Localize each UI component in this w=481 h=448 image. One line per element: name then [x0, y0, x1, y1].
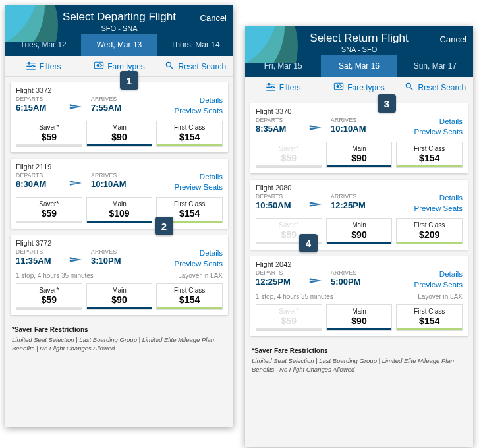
svg-point-3 — [32, 65, 34, 67]
preview-seats-link[interactable]: Preview Seats — [414, 280, 463, 291]
svg-point-9 — [268, 83, 270, 85]
fare-first[interactable]: First Class $154 — [156, 121, 223, 147]
arrives-label: ARRIVES — [331, 193, 376, 200]
preview-seats-link[interactable]: Preview Seats — [174, 182, 223, 193]
fare-price: $90 — [328, 229, 391, 240]
fare-saver[interactable]: Saver* $59 — [16, 197, 82, 223]
preview-seats-link[interactable]: Preview Seats — [174, 106, 223, 117]
plane-icon — [61, 248, 91, 269]
layover-text: Layover in LAX — [418, 293, 463, 300]
fare-main[interactable]: Main $90 — [86, 283, 153, 310]
details-link[interactable]: Details — [414, 269, 463, 280]
date-tab[interactable]: Fri, Mar 15 — [245, 55, 321, 77]
fare-main[interactable]: Main $90 — [326, 218, 393, 244]
annotation-badge-4: 4 — [299, 234, 318, 252]
fare-saver[interactable]: Saver* $59 — [16, 121, 82, 147]
date-tabs: Tues, Mar 12Wed, Mar 13Thurs, Mar 14 — [5, 34, 233, 56]
fare-label: Main — [88, 200, 151, 208]
reset-label: Reset Search — [418, 83, 466, 92]
details-link[interactable]: Details — [174, 96, 223, 106]
depart-time: 8:35AM — [256, 124, 300, 134]
fare-price: $59 — [258, 316, 320, 326]
preview-seats-link[interactable]: Preview Seats — [414, 204, 463, 214]
date-tabs: Fri, Mar 15Sat, Mar 16Sun, Mar 17 — [245, 55, 473, 77]
fare-saver: Saver* $59 — [256, 142, 322, 168]
fare-first[interactable]: First Class $154 — [396, 304, 463, 331]
arrives-label: ARRIVES — [91, 172, 136, 179]
annotation-badge-2: 2 — [155, 217, 173, 235]
page-title: Select Departing Flight — [5, 11, 233, 24]
fare-first[interactable]: First Class $209 — [396, 218, 463, 244]
plane-icon — [300, 269, 331, 291]
flight-number: Flight 3370 — [256, 107, 463, 115]
flight-card: Flight 2042 DEPARTS 12:25PM ARRIVES 5:00… — [250, 256, 468, 336]
filters-button[interactable]: Filters — [245, 77, 321, 98]
cancel-button[interactable]: Cancel — [440, 34, 467, 44]
fare-row: Saver* $59 Main $90 First Class $154 — [256, 304, 463, 331]
annotation-badge-1: 1 — [120, 71, 138, 90]
arrive-time: 10:10AM — [91, 179, 136, 189]
fare-main[interactable]: Main $90 — [326, 142, 393, 168]
details-link[interactable]: Details — [174, 172, 223, 182]
departs-label: DEPARTS — [256, 269, 300, 276]
fare-first[interactable]: First Class $154 — [156, 283, 223, 310]
date-tab[interactable]: Wed, Mar 13 — [81, 34, 157, 56]
route-subtitle: SFO - SNA — [5, 24, 233, 32]
header: Select Return Flight SNA - SFO Cancel Fr… — [245, 26, 473, 77]
fare-label: Main — [328, 145, 391, 152]
arrive-time: 7:55AM — [91, 103, 136, 113]
fare-main[interactable]: Main $90 — [326, 304, 393, 331]
fare-main[interactable]: Main $90 — [86, 121, 153, 147]
fare-main[interactable]: Main $109 — [86, 197, 153, 223]
stop-info: 1 stop, 4 hours 35 minutes Layover in LA… — [16, 272, 223, 279]
reset-search-button[interactable]: Reset Search — [157, 56, 233, 76]
fare-label: Saver* — [258, 145, 320, 152]
fare-types-button[interactable]: Fare types — [81, 56, 157, 76]
fare-price: $154 — [158, 294, 221, 305]
reset-search-button[interactable]: Reset Search — [397, 77, 473, 98]
flight-card: Flight 3772 DEPARTS 11:35AM ARRIVES 3:10… — [11, 235, 228, 315]
fare-types-label: Fare types — [347, 83, 385, 92]
preview-seats-link[interactable]: Preview Seats — [414, 127, 463, 138]
svg-point-14 — [407, 83, 411, 88]
fare-price: $154 — [398, 153, 461, 163]
details-link[interactable]: Details — [414, 117, 463, 127]
fare-label: Main — [328, 308, 391, 315]
details-link[interactable]: Details — [174, 248, 223, 259]
fare-saver[interactable]: Saver* $59 — [16, 283, 82, 310]
departs-label: DEPARTS — [16, 96, 61, 102]
flight-card: Flight 3372 DEPARTS 6:15AM ARRIVES 7:55A… — [11, 82, 228, 152]
filters-button[interactable]: Filters — [5, 56, 81, 76]
cancel-button[interactable]: Cancel — [200, 13, 227, 23]
details-link[interactable]: Details — [414, 193, 463, 204]
fare-label: First Class — [398, 221, 461, 229]
depart-time: 12:25PM — [256, 277, 300, 287]
date-tab[interactable]: Sat, Mar 16 — [321, 55, 397, 77]
toolbar: Filters Fare types Reset Search — [5, 56, 233, 77]
fare-label: Main — [88, 124, 151, 131]
plane-icon — [61, 96, 91, 117]
date-tab[interactable]: Tues, Mar 12 — [5, 34, 81, 56]
departs-label: DEPARTS — [16, 248, 61, 255]
date-tab[interactable]: Sun, Mar 17 — [397, 55, 473, 77]
arrive-time: 10:10AM — [331, 124, 376, 134]
plane-icon — [300, 193, 331, 214]
fare-row: Saver* $59 Main $90 First Class $154 — [256, 142, 463, 168]
fare-types-icon — [94, 61, 104, 72]
fare-saver: Saver* $59 — [256, 304, 322, 331]
filters-label: Filters — [40, 62, 61, 71]
preview-seats-link[interactable]: Preview Seats — [174, 259, 223, 269]
fare-types-label: Fare types — [107, 62, 145, 71]
fare-price: $154 — [158, 132, 221, 142]
fare-label: First Class — [158, 287, 221, 294]
flight-number: Flight 2119 — [16, 163, 223, 171]
fare-label: First Class — [398, 308, 461, 315]
fare-first[interactable]: First Class $154 — [396, 142, 463, 168]
date-tab[interactable]: Thurs, Mar 14 — [157, 34, 233, 56]
fare-price: $209 — [398, 229, 461, 240]
arrive-time: 3:10PM — [91, 256, 136, 266]
fare-price: $109 — [88, 208, 151, 219]
fare-label: First Class — [158, 200, 221, 208]
filters-icon — [26, 61, 36, 72]
plane-icon — [61, 172, 91, 193]
